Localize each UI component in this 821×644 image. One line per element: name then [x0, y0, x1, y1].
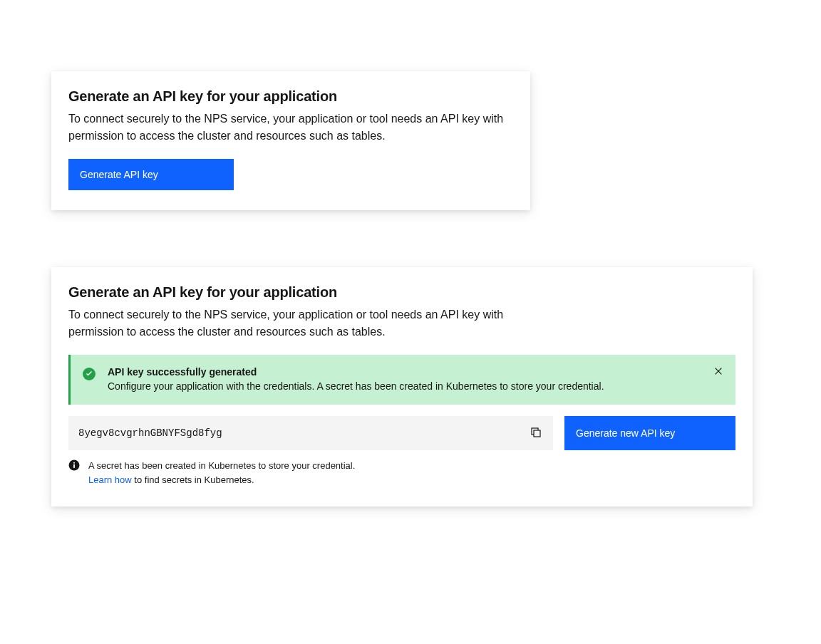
information-filled-icon — [68, 459, 80, 471]
notification-body: Configure your application with the cred… — [108, 379, 724, 393]
notification-title: API key successfully generated — [108, 366, 724, 378]
success-notification: API key successfully generated Configure… — [68, 355, 735, 405]
card-title: Generate an API key for your application — [68, 88, 513, 105]
generate-api-key-card-success: Generate an API key for your application… — [51, 267, 753, 507]
notification-content: API key successfully generated Configure… — [108, 366, 724, 393]
info-text-line1: A secret has been created in Kubernetes … — [88, 460, 355, 471]
svg-point-4 — [73, 462, 75, 464]
card-title: Generate an API key for your application — [68, 284, 735, 301]
svg-rect-5 — [73, 464, 75, 468]
svg-rect-2 — [534, 430, 540, 437]
api-key-value: 8yegv8cvgrhnGBNYFSgd8fyg — [78, 427, 222, 439]
learn-how-link[interactable]: Learn how — [88, 474, 132, 485]
info-helper-text: A secret has been created in Kubernetes … — [68, 459, 735, 487]
info-text-container: A secret has been created in Kubernetes … — [88, 459, 355, 487]
close-notification-button[interactable] — [711, 365, 726, 379]
card-description: To connect securely to the NPS service, … — [68, 110, 510, 145]
generate-api-key-button[interactable]: Generate API key — [68, 159, 234, 190]
copy-icon — [530, 427, 542, 440]
copy-api-key-button[interactable] — [529, 426, 543, 440]
generate-new-api-key-button[interactable]: Generate new API key — [564, 416, 735, 450]
checkmark-filled-icon — [82, 367, 96, 381]
api-key-field: 8yegv8cvgrhnGBNYFSgd8fyg — [68, 416, 553, 450]
card-description: To connect securely to the NPS service, … — [68, 306, 510, 341]
info-text-line2: to find secrets in Kubernetes. — [132, 474, 254, 485]
generate-api-key-card-initial: Generate an API key for your application… — [51, 71, 530, 210]
close-icon — [713, 366, 723, 378]
api-key-row: 8yegv8cvgrhnGBNYFSgd8fyg Generate new AP… — [68, 416, 735, 450]
